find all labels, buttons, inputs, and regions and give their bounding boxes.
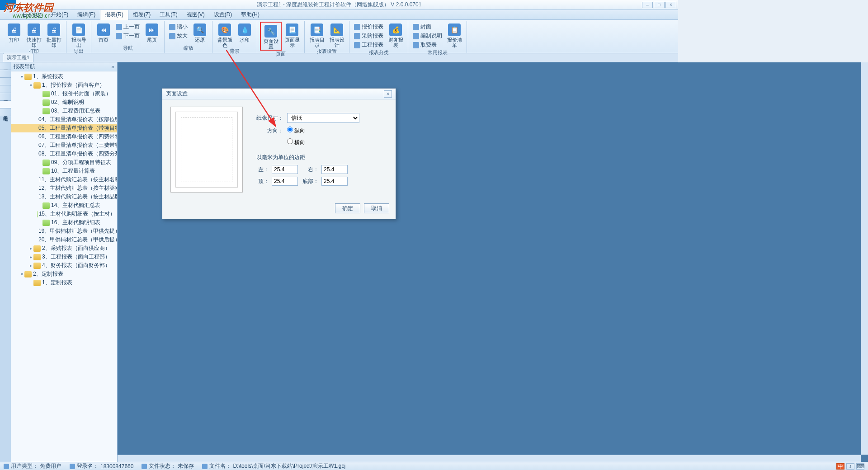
minimize-button[interactable]: – <box>642 2 653 8</box>
portrait-radio[interactable]: 纵向 <box>287 127 305 135</box>
maximize-button[interactable]: □ <box>654 2 665 8</box>
menu-erp[interactable]: ERP(G) <box>18 10 46 19</box>
account-button[interactable]: 取费表 <box>411 41 444 49</box>
menu-start[interactable]: 开始(F) <box>46 9 73 20</box>
quote-list-button[interactable]: 📋报价清单 <box>445 22 464 48</box>
menu-view[interactable]: 视图(V) <box>182 9 209 20</box>
menubar: ERP(G) 开始(F) 编辑(E) 报表(R) 组卷(Z) 工具(T) 视图(… <box>0 10 678 20</box>
tree-root[interactable]: ▾1、系统报表 <box>11 72 117 81</box>
tree-item[interactable]: 14、主材代购汇总表 <box>11 201 117 210</box>
page-display-button[interactable]: 📃页面显示 <box>283 22 302 48</box>
project-report-button[interactable]: 工程报表 <box>352 41 385 49</box>
app-orb[interactable] <box>0 0 16 10</box>
menu-help[interactable]: 帮助(H) <box>236 9 264 20</box>
nav-panel: 报表导航« ▾1、系统报表 ▾1、报价报表（面向客户） 01、报价书封面（家装）… <box>11 62 118 367</box>
margin-top-input[interactable] <box>272 177 298 186</box>
report-design-button[interactable]: 📐报表设计 <box>327 22 346 48</box>
cover-button[interactable]: 封面 <box>411 23 444 31</box>
tree-item[interactable]: 05、工程量清单报价表（带项目特征） <box>11 124 117 132</box>
side-tabs: 工程信息 清单报价 材料分析 主材选型 工程取费 报表打印 电子组卷 <box>0 62 11 367</box>
paper-size-select[interactable]: 信纸 <box>287 113 359 123</box>
zoom-in-button[interactable]: 放大 <box>167 32 189 40</box>
tree-item[interactable]: 11、主材代购汇总表（按主材名称） <box>11 175 117 184</box>
ok-button[interactable]: 确定 <box>335 203 360 213</box>
menu-report[interactable]: 报表(R) <box>100 9 128 20</box>
watermark-button[interactable]: 💧水印 <box>235 22 254 42</box>
margin-title: 以毫米为单位的边距 <box>256 154 387 161</box>
tree-item[interactable]: 07、工程量清单报价表（三费带特征） <box>11 141 117 150</box>
tree-item[interactable]: 06、工程量清单报价表（四费带特征） <box>11 132 117 141</box>
tree-item[interactable]: 08、工程量清单报价表（四费分列） <box>11 150 117 158</box>
tree-item[interactable]: 13、主材代购汇总表（按主材品牌） <box>11 193 117 201</box>
orient-label: 方向： <box>256 127 283 135</box>
tree-item[interactable]: 09、分项工程项目特征表 <box>11 158 117 167</box>
tree-root2[interactable]: ▾2、定制报表 <box>11 270 117 278</box>
tree-item[interactable]: 10、工程量计算表 <box>11 167 117 175</box>
last-page-button[interactable]: ⏭尾页 <box>142 22 161 42</box>
purchase-report-button[interactable]: 采购报表 <box>352 32 385 40</box>
zoom-out-button[interactable]: 缩小 <box>167 23 189 31</box>
finance-report-button[interactable]: 💰财务报表 <box>386 22 405 48</box>
margin-left-input[interactable] <box>272 165 298 174</box>
tree-item[interactable]: 02、编制说明 <box>11 98 117 107</box>
dialog-close-button[interactable]: × <box>384 90 392 98</box>
report-catalog-button[interactable]: 📑报表目录 <box>307 22 326 48</box>
close-button[interactable]: × <box>665 2 676 8</box>
dialog-title: 页面设置 <box>166 90 188 98</box>
tree-folder[interactable]: ▸3、工程报表（面向工程部） <box>11 253 117 261</box>
tree-folder[interactable]: ▾1、报价报表（面向客户） <box>11 81 117 89</box>
first-page-button[interactable]: ⏮首页 <box>94 22 113 42</box>
app-title: 演示工程1 - 深度思维装饰工程计价软件（网络旗舰版） V 2.0.0.0701 <box>257 1 422 9</box>
cancel-button[interactable]: 取消 <box>364 203 389 213</box>
tree-item[interactable]: 03、工程费用汇总表 <box>11 107 117 115</box>
side-tab-quote[interactable]: 清单报价 <box>0 70 11 78</box>
tree-item[interactable]: 16、主材代购明细表 <box>11 218 117 227</box>
tree-folder[interactable]: 1、定制报表 <box>11 278 117 287</box>
side-tab-info[interactable]: 工程信息 <box>0 62 11 70</box>
quick-print-button[interactable]: 🖨快速打印 <box>24 22 43 48</box>
margin-right-input[interactable] <box>321 165 348 174</box>
page-preview <box>170 107 243 193</box>
export-button[interactable]: 📄报表导出 <box>69 22 88 48</box>
menu-edit[interactable]: 编辑(E) <box>73 9 100 20</box>
tree-folder[interactable]: ▸2、采购报表（面向供应商） <box>11 244 117 253</box>
paper-label: 纸张尺寸： <box>256 114 283 122</box>
tree-item[interactable]: 15、主材代购明细表（按主材） <box>11 210 117 218</box>
titlebar: 演示工程1 - 深度思维装饰工程计价软件（网络旗舰版） V 2.0.0.0701… <box>0 0 678 10</box>
bg-color-button[interactable]: 🎨背景颜色 <box>215 22 234 48</box>
side-tab-archive[interactable]: 电子组卷 <box>0 108 11 116</box>
side-tab-fee[interactable]: 工程取费 <box>0 93 11 101</box>
doc-tab[interactable]: 演示工程1 <box>3 53 33 62</box>
desc-button[interactable]: 编制说明 <box>411 32 444 40</box>
tree-item[interactable]: 01、报价书封面（家装） <box>11 89 117 98</box>
side-tab-print[interactable]: 报表打印 <box>0 101 11 108</box>
menu-group[interactable]: 组卷(Z) <box>128 9 155 20</box>
tree-item[interactable]: 19、甲供辅材汇总表（甲供先提） <box>11 227 117 235</box>
tree-item[interactable]: 12、主材代购汇总表（按主材类别） <box>11 184 117 193</box>
report-tree: ▾1、系统报表 ▾1、报价报表（面向客户） 01、报价书封面（家装）02、编制说… <box>11 71 117 367</box>
collapse-icon[interactable]: « <box>111 64 114 70</box>
quote-report-button[interactable]: 报价报表 <box>352 23 385 31</box>
landscape-radio[interactable]: 横向 <box>287 138 305 146</box>
menu-tool[interactable]: 工具(T) <box>155 9 182 20</box>
page-setup-button[interactable]: 🔧页面设置 <box>261 23 280 49</box>
margin-bottom-input[interactable] <box>321 177 348 186</box>
side-tab-material[interactable]: 材料分析 <box>0 78 11 85</box>
batch-print-button[interactable]: 🖨批量打印 <box>44 22 63 48</box>
page-setup-dialog: 页面设置× 纸张尺寸： 信纸 方向： 纵向 横向 以毫米为单位的边距 左： 右：… <box>162 88 396 219</box>
zoom-reset-button[interactable]: 🔍还原 <box>190 22 209 42</box>
ribbon: 🖨打印 🖨快速打印 🖨批量打印 打印 📄报表导出 导出 ⏮首页 上一页 下一页 … <box>0 20 678 53</box>
next-page-button[interactable]: 下一页 <box>114 32 142 40</box>
side-tab-main[interactable]: 主材选型 <box>0 85 11 93</box>
tree-item[interactable]: 20、甲供辅材汇总表（甲供后提） <box>11 235 117 244</box>
prev-page-button[interactable]: 上一页 <box>114 23 142 31</box>
print-button[interactable]: 🖨打印 <box>5 22 24 42</box>
tree-folder[interactable]: ▸4、财务报表（面向财务部） <box>11 261 117 270</box>
tree-item[interactable]: 04、工程量清单报价表（按部位明细） <box>11 115 117 124</box>
menu-setting[interactable]: 设置(D) <box>209 9 237 20</box>
nav-title: 报表导航 <box>14 63 35 70</box>
